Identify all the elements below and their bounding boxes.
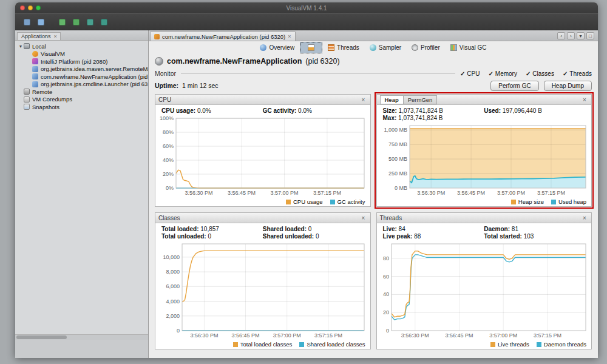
tree-item-org-jetbrains-idea-maven-server-remotemavenserv[interactable]: org.jetbrains.idea.maven.server.RemoteMa…: [15, 66, 148, 73]
document-tab-bar: com.newframe.NewFrameApplication (pid 63…: [149, 30, 598, 41]
java-icon: [32, 73, 38, 79]
heap-dump-button[interactable]: [84, 16, 95, 27]
classes-legend: Total loaded classesShared loaded classe…: [155, 340, 370, 349]
close-panel-icon[interactable]: ×: [581, 215, 588, 221]
scroll-documents-left-icon[interactable]: ‹: [557, 32, 565, 39]
add-application-icon: [38, 19, 44, 25]
threads-panel: Threads×Live: 84Daemon: 81Live peak: 88T…: [376, 212, 592, 349]
legend-gc-activity: GC activity: [330, 198, 365, 205]
profiler-snapshot-button[interactable]: [98, 16, 109, 27]
tab-permgen[interactable]: PermGen: [403, 95, 438, 104]
heap-dump-button[interactable]: Heap Dump: [544, 81, 592, 91]
classes-panel: Classes×Total loaded: 10,857Shared loade…: [155, 212, 371, 349]
add-application-button[interactable]: [35, 16, 46, 27]
svg-text:2,000: 2,000: [166, 313, 180, 319]
svg-text:500 MB: 500 MB: [388, 156, 407, 162]
close-document-icon[interactable]: ×: [288, 33, 291, 39]
cpu-panel: CPU×CPU usage: 0.0%GC activity: 0.0%0%20…: [155, 94, 371, 207]
threads-legend: Live threadsDaemon threads: [377, 340, 592, 349]
checkbox-label: Memory: [495, 70, 517, 77]
checkbox-cpu[interactable]: ✓CPU: [460, 70, 480, 77]
thread-dump-button[interactable]: [70, 16, 81, 27]
tree-item-snapshots[interactable]: Snapshots: [15, 103, 148, 111]
view-tabs: OverviewThreadsSamplerProfilerVisual GC: [255, 42, 491, 53]
uptime-value: 1 min 12 sec: [182, 82, 219, 89]
svg-text:3:57:15 PM: 3:57:15 PM: [537, 190, 565, 196]
svg-text:3:56:30 PM: 3:56:30 PM: [401, 332, 429, 339]
legend-swatch: [551, 200, 556, 204]
tab-visual-gc[interactable]: Visual GC: [446, 42, 492, 53]
document-tab[interactable]: com.newframe.NewFrameApplication (pid 63…: [150, 32, 296, 41]
checkbox-threads[interactable]: ✓Threads: [563, 70, 592, 77]
zoom-window-button[interactable]: [36, 5, 41, 10]
maximize-view-icon[interactable]: □: [586, 32, 594, 39]
tree-item-label: Local: [32, 43, 46, 50]
tab-sampler[interactable]: Sampler: [365, 42, 406, 53]
close-panel-icon[interactable]: ×: [360, 215, 367, 221]
tab-label: Threads: [337, 44, 359, 51]
tab-threads[interactable]: Threads: [323, 42, 364, 53]
svg-text:3:57:00 PM: 3:57:00 PM: [273, 332, 301, 339]
tab-heap[interactable]: Heap: [380, 95, 404, 104]
tree-item-org-jetbrains-jps-cmdline-launcher-pid-6319[interactable]: org.jetbrains.jps.cmdline.Launcher (pid …: [15, 81, 148, 89]
legend-swatch: [490, 342, 495, 347]
classes-stats: Total loaded: 10,857Shared loaded: 0Tota…: [155, 223, 370, 241]
perform-gc-button[interactable]: Perform GC: [490, 81, 538, 91]
close-panel-icon[interactable]: ×: [360, 96, 367, 103]
sampler-icon: [370, 44, 376, 51]
tree-item-label: Remote: [32, 89, 52, 95]
tree-item-intellij-platform-pid-2080[interactable]: IntelliJ Platform (pid 2080): [15, 58, 148, 66]
tree-item-visualvm[interactable]: VisualVM: [15, 50, 148, 58]
stat-total-started: Total started: 103: [484, 233, 585, 240]
tab-overview[interactable]: Overview: [255, 42, 299, 53]
tree-item-remote[interactable]: Remote: [15, 88, 148, 96]
svg-text:3:57:00 PM: 3:57:00 PM: [497, 190, 524, 196]
stat-max: Max: 1,073,741,824 B: [383, 115, 484, 121]
checkbox-label: CPU: [467, 70, 480, 77]
checkbox-classes[interactable]: ✓Classes: [526, 70, 554, 77]
legend-swatch: [330, 200, 335, 204]
scroll-documents-right-icon[interactable]: ›: [567, 32, 575, 39]
tab-label: Sampler: [379, 44, 401, 51]
close-applications-icon[interactable]: ×: [54, 33, 57, 39]
visualvm-window: VisualVM 1.4.1 Applications × ▾LocalVisu…: [15, 2, 598, 358]
applications-tab[interactable]: Applications ×: [17, 32, 61, 40]
disclosure-triangle[interactable]: ▾: [18, 44, 24, 49]
show-opened-documents-icon[interactable]: ▾: [577, 32, 585, 39]
tab-label: Profiler: [421, 44, 440, 51]
scrollbar-thumb[interactable]: [16, 335, 67, 339]
load-snapshot-button[interactable]: [21, 16, 32, 27]
application-icon: [155, 57, 163, 66]
thread-dump-icon: [73, 19, 80, 25]
stat-size: Size: 1,073,741,824 B: [383, 107, 484, 114]
heap-legend: Heap sizeUsed heap: [377, 197, 592, 206]
check-icon: ✓: [526, 70, 531, 77]
snapshot-icon: [24, 104, 30, 110]
tab-profiler[interactable]: Profiler: [407, 42, 445, 53]
monitor-section-header: Monitor ✓CPU✓Memory✓Classes✓Threads: [149, 69, 598, 78]
legend-shared-loaded-classes: Shared loaded classes: [299, 341, 365, 348]
panel-title: Classes: [158, 215, 180, 221]
add-jmx-connection-button[interactable]: [56, 16, 67, 27]
legend-swatch: [286, 200, 291, 204]
tab-monitor[interactable]: [300, 42, 322, 53]
tree-item-com-newframe-newframeapplication-pid-6320[interactable]: com.newframe.NewFrameApplication (pid 63…: [15, 73, 148, 81]
minimize-window-button[interactable]: [28, 5, 33, 10]
cpu-chart: 0%20%40%60%80%100%3:56:30 PM3:56:45 PM3:…: [158, 116, 368, 197]
close-window-button[interactable]: [20, 5, 25, 10]
tree-item-local[interactable]: ▾Local: [15, 42, 148, 50]
profiler-snapshot-icon: [101, 19, 107, 25]
window-titlebar[interactable]: VisualVM 1.4.1: [15, 2, 598, 13]
close-panel-icon[interactable]: ×: [581, 96, 588, 103]
application-header: com.newframe.NewFrameApplication (pid 63…: [149, 54, 598, 69]
intellij-icon: [32, 58, 38, 64]
svg-text:6,000: 6,000: [166, 283, 180, 289]
cpu-legend: CPU usageGC activity: [155, 197, 370, 206]
tree-item-vm-coredumps[interactable]: VM Coredumps: [15, 96, 148, 104]
checkbox-label: Classes: [532, 70, 554, 77]
panel-title: Threads: [380, 215, 402, 221]
checkbox-memory[interactable]: ✓Memory: [488, 70, 517, 77]
svg-text:3:57:00 PM: 3:57:00 PM: [489, 332, 517, 339]
sidebar-horizontal-scrollbar[interactable]: [15, 334, 148, 340]
add-jmx-connection-icon: [59, 19, 66, 25]
